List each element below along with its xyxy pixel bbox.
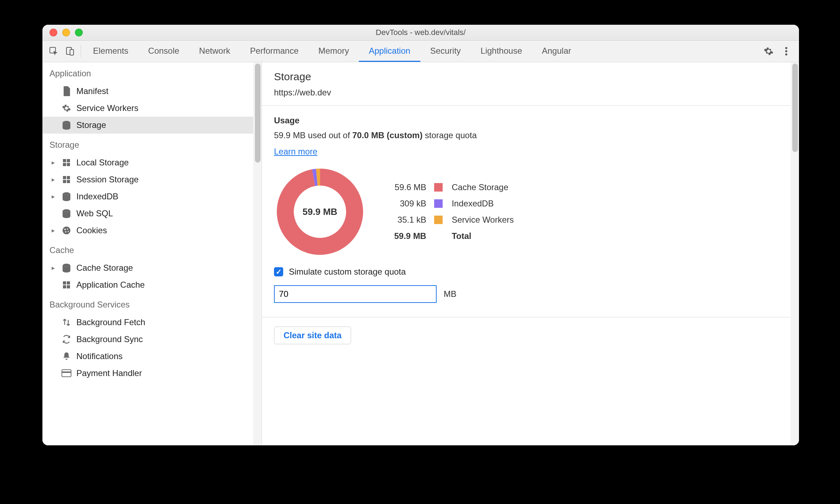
titlebar: DevTools - web.dev/vitals/ bbox=[42, 25, 799, 41]
clear-site-data-button[interactable]: Clear site data bbox=[274, 327, 351, 344]
grid-icon bbox=[62, 158, 71, 168]
sidebar-item-session-storage[interactable]: ▸Session Storage bbox=[42, 171, 262, 188]
sidebar-item-label: Background Sync bbox=[76, 334, 143, 344]
donut-center-label: 59.9 MB bbox=[303, 206, 337, 217]
sidebar-item-payment-handler[interactable]: Payment Handler bbox=[42, 365, 262, 382]
window-title: DevTools - web.dev/vitals/ bbox=[42, 28, 799, 37]
legend-total-label: Total bbox=[452, 231, 514, 241]
chevron-right-icon: ▸ bbox=[50, 159, 56, 166]
sidebar-item-label: Service Workers bbox=[76, 103, 139, 113]
main-scrollbar-thumb[interactable] bbox=[792, 64, 798, 152]
sidebar-item-local-storage[interactable]: ▸Local Storage bbox=[42, 154, 262, 171]
main-panel: Storage https://web.dev Usage 59.9 MB us… bbox=[262, 62, 799, 445]
sidebar-scrollbar-thumb[interactable] bbox=[255, 64, 261, 163]
svg-rect-27 bbox=[62, 370, 71, 377]
database-icon bbox=[62, 120, 71, 130]
sidebar: ApplicationManifestService WorkersStorag… bbox=[42, 62, 262, 445]
simulate-quota-label: Simulate custom storage quota bbox=[289, 267, 406, 277]
sidebar-item-label: Payment Handler bbox=[76, 368, 142, 378]
tab-memory[interactable]: Memory bbox=[309, 41, 359, 62]
bell-icon bbox=[62, 351, 71, 361]
usage-suffix: storage quota bbox=[422, 130, 477, 140]
svg-point-17 bbox=[63, 227, 70, 234]
sidebar-item-indexeddb[interactable]: ▸IndexedDB bbox=[42, 188, 262, 205]
devtools-window: DevTools - web.dev/vitals/ bbox=[42, 25, 799, 445]
card-icon bbox=[62, 368, 71, 378]
sidebar-section-title: Storage bbox=[42, 134, 262, 154]
tab-application[interactable]: Application bbox=[359, 41, 420, 62]
tab-network[interactable]: Network bbox=[189, 41, 240, 62]
database-icon bbox=[62, 209, 71, 218]
sidebar-item-storage[interactable]: Storage bbox=[42, 117, 262, 134]
sidebar-item-label: Local Storage bbox=[76, 158, 129, 168]
sidebar-item-label: IndexedDB bbox=[76, 192, 118, 201]
grid-icon bbox=[62, 175, 71, 184]
svg-point-22 bbox=[63, 264, 70, 266]
svg-point-19 bbox=[67, 228, 68, 229]
sidebar-section-title: Application bbox=[42, 62, 262, 83]
traffic-lights bbox=[42, 29, 83, 36]
chevron-right-icon: ▸ bbox=[50, 264, 56, 272]
tab-angular[interactable]: Angular bbox=[532, 41, 581, 62]
sidebar-item-cache-storage[interactable]: ▸Cache Storage bbox=[42, 259, 262, 276]
tabstrip-separator bbox=[81, 45, 81, 58]
sidebar-item-label: Storage bbox=[76, 120, 106, 130]
sidebar-item-label: Notifications bbox=[76, 351, 123, 361]
learn-more-link[interactable]: Learn more bbox=[274, 147, 317, 157]
legend-label: IndexedDB bbox=[452, 199, 514, 209]
simulate-quota-checkbox[interactable]: ✓ bbox=[274, 267, 283, 276]
sidebar-item-manifest[interactable]: Manifest bbox=[42, 83, 262, 100]
minimize-window-button[interactable] bbox=[62, 29, 70, 36]
sidebar-item-background-sync[interactable]: Background Sync bbox=[42, 331, 262, 348]
tabstrip: ElementsConsoleNetworkPerformanceMemoryA… bbox=[42, 41, 799, 62]
tab-lighthouse[interactable]: Lighthouse bbox=[471, 41, 532, 62]
svg-rect-23 bbox=[63, 281, 66, 285]
device-toggle-icon[interactable] bbox=[65, 46, 75, 56]
svg-rect-24 bbox=[67, 281, 70, 285]
tab-performance[interactable]: Performance bbox=[240, 41, 308, 62]
svg-point-18 bbox=[64, 229, 66, 230]
legend-swatch bbox=[434, 183, 443, 192]
divider bbox=[262, 317, 799, 317]
legend-label: Cache Storage bbox=[452, 182, 514, 192]
svg-point-15 bbox=[63, 192, 70, 195]
grid-icon bbox=[62, 280, 71, 290]
svg-rect-14 bbox=[67, 180, 70, 183]
usage-join: used out of bbox=[305, 130, 352, 140]
more-icon[interactable] bbox=[781, 46, 791, 56]
svg-point-16 bbox=[63, 209, 70, 212]
close-window-button[interactable] bbox=[49, 29, 57, 36]
tab-console[interactable]: Console bbox=[138, 41, 189, 62]
sidebar-item-background-fetch[interactable]: Background Fetch bbox=[42, 314, 262, 331]
quota-input[interactable] bbox=[274, 285, 437, 303]
settings-icon[interactable] bbox=[764, 46, 774, 56]
gear-icon bbox=[62, 103, 71, 113]
usage-donut-chart: 59.9 MB bbox=[274, 166, 366, 258]
cookie-icon bbox=[62, 225, 71, 235]
divider bbox=[262, 105, 799, 106]
legend-swatch bbox=[434, 199, 443, 208]
usage-legend: 59.6 MBCache Storage309 kBIndexedDB35.1 … bbox=[394, 182, 514, 241]
sidebar-section-title: Cache bbox=[42, 239, 262, 259]
sync-icon bbox=[62, 334, 71, 344]
legend-value: 309 kB bbox=[394, 199, 426, 209]
sidebar-section-title: Background Services bbox=[42, 293, 262, 314]
manifest-icon bbox=[62, 86, 71, 96]
chevron-right-icon: ▸ bbox=[50, 176, 56, 183]
sidebar-item-label: Session Storage bbox=[76, 175, 139, 184]
sidebar-item-web-sql[interactable]: Web SQL bbox=[42, 205, 262, 222]
sidebar-item-label: Web SQL bbox=[76, 209, 113, 218]
legend-value: 59.6 MB bbox=[394, 182, 426, 192]
legend-total-value: 59.9 MB bbox=[394, 231, 426, 241]
sidebar-item-service-workers[interactable]: Service Workers bbox=[42, 100, 262, 117]
svg-point-6 bbox=[63, 121, 70, 124]
svg-point-5 bbox=[785, 53, 787, 55]
maximize-window-button[interactable] bbox=[75, 29, 83, 36]
tab-security[interactable]: Security bbox=[420, 41, 471, 62]
tab-elements[interactable]: Elements bbox=[83, 41, 138, 62]
sidebar-item-notifications[interactable]: Notifications bbox=[42, 348, 262, 365]
inspect-icon[interactable] bbox=[49, 46, 59, 56]
sidebar-item-cookies[interactable]: ▸Cookies bbox=[42, 222, 262, 239]
sidebar-item-application-cache[interactable]: Application Cache bbox=[42, 276, 262, 293]
sidebar-item-label: Background Fetch bbox=[76, 317, 145, 327]
